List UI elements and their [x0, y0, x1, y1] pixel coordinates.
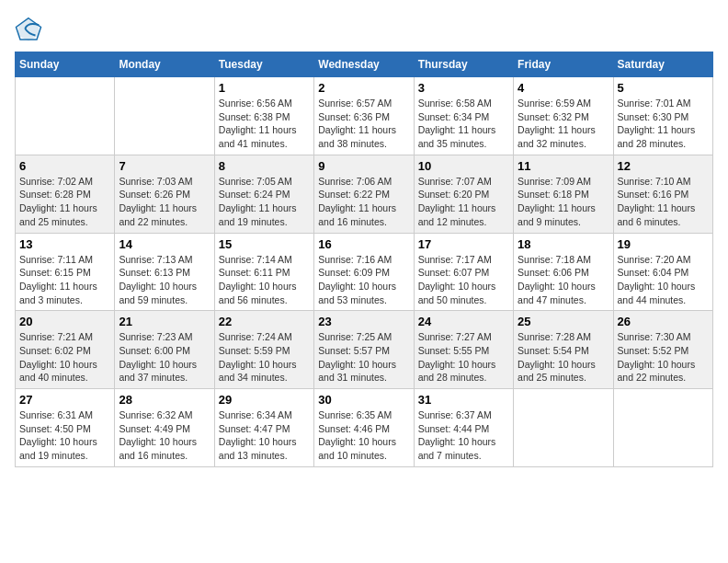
day-number: 9 — [318, 159, 409, 173]
logo — [15, 15, 46, 42]
day-info: Sunrise: 7:11 AMSunset: 6:15 PMDaylight:… — [19, 253, 110, 307]
day-number: 20 — [19, 315, 110, 328]
calendar-cell: 18Sunrise: 7:18 AMSunset: 6:06 PMDayligh… — [514, 233, 613, 311]
calendar-cell: 3Sunrise: 6:58 AMSunset: 6:34 PMDaylight… — [414, 77, 513, 155]
svg-marker-0 — [18, 18, 40, 41]
calendar-cell: 25Sunrise: 7:28 AMSunset: 5:54 PMDayligh… — [514, 311, 613, 389]
calendar-cell: 7Sunrise: 7:03 AMSunset: 6:26 PMDaylight… — [115, 155, 214, 233]
day-info: Sunrise: 7:30 AMSunset: 5:52 PMDaylight:… — [618, 330, 709, 385]
day-number: 12 — [618, 159, 709, 173]
day-number: 14 — [119, 237, 210, 251]
calendar-cell: 1Sunrise: 6:56 AMSunset: 6:38 PMDaylight… — [214, 77, 313, 155]
day-number: 2 — [318, 81, 409, 95]
day-number: 7 — [119, 159, 210, 173]
calendar-cell: 30Sunrise: 6:35 AMSunset: 4:46 PMDayligh… — [314, 389, 414, 467]
calendar-cell — [613, 389, 712, 467]
day-info: Sunrise: 6:31 AMSunset: 4:50 PMDaylight:… — [19, 408, 110, 463]
day-info: Sunrise: 6:59 AMSunset: 6:32 PMDaylight:… — [518, 97, 609, 151]
day-info: Sunrise: 7:07 AMSunset: 6:20 PMDaylight:… — [418, 175, 509, 229]
calendar-cell: 26Sunrise: 7:30 AMSunset: 5:52 PMDayligh… — [613, 311, 712, 389]
day-number: 21 — [119, 315, 210, 328]
day-info: Sunrise: 6:56 AMSunset: 6:38 PMDaylight:… — [219, 97, 310, 151]
day-number: 6 — [19, 159, 110, 173]
day-number: 29 — [219, 393, 310, 407]
day-info: Sunrise: 7:14 AMSunset: 6:11 PMDaylight:… — [219, 253, 310, 307]
day-number: 26 — [618, 315, 709, 328]
day-number: 1 — [219, 81, 310, 95]
day-info: Sunrise: 7:23 AMSunset: 6:00 PMDaylight:… — [119, 330, 210, 385]
calendar-cell: 14Sunrise: 7:13 AMSunset: 6:13 PMDayligh… — [115, 233, 214, 311]
calendar-cell: 13Sunrise: 7:11 AMSunset: 6:15 PMDayligh… — [16, 233, 115, 311]
day-info: Sunrise: 7:03 AMSunset: 6:26 PMDaylight:… — [119, 175, 210, 229]
calendar-cell: 11Sunrise: 7:09 AMSunset: 6:18 PMDayligh… — [514, 155, 613, 233]
day-info: Sunrise: 7:05 AMSunset: 6:24 PMDaylight:… — [219, 175, 310, 229]
day-info: Sunrise: 6:37 AMSunset: 4:44 PMDaylight:… — [418, 408, 509, 463]
calendar-cell: 8Sunrise: 7:05 AMSunset: 6:24 PMDaylight… — [214, 155, 313, 233]
day-info: Sunrise: 7:10 AMSunset: 6:16 PMDaylight:… — [618, 175, 709, 229]
calendar-cell — [16, 77, 115, 155]
day-number: 5 — [618, 81, 709, 95]
calendar-cell: 29Sunrise: 6:34 AMSunset: 4:47 PMDayligh… — [214, 389, 313, 467]
day-info: Sunrise: 6:35 AMSunset: 4:46 PMDaylight:… — [318, 408, 409, 463]
day-number: 17 — [418, 237, 509, 251]
day-info: Sunrise: 7:13 AMSunset: 6:13 PMDaylight:… — [119, 253, 210, 307]
day-number: 25 — [518, 315, 609, 328]
day-info: Sunrise: 6:32 AMSunset: 4:49 PMDaylight:… — [119, 408, 210, 463]
day-header-monday: Monday — [115, 52, 214, 77]
calendar-cell: 9Sunrise: 7:06 AMSunset: 6:22 PMDaylight… — [314, 155, 414, 233]
day-number: 24 — [418, 315, 509, 328]
day-info: Sunrise: 7:09 AMSunset: 6:18 PMDaylight:… — [518, 175, 609, 229]
day-number: 30 — [318, 393, 409, 407]
day-info: Sunrise: 7:17 AMSunset: 6:07 PMDaylight:… — [418, 253, 509, 307]
calendar-cell: 28Sunrise: 6:32 AMSunset: 4:49 PMDayligh… — [115, 389, 214, 467]
day-info: Sunrise: 7:25 AMSunset: 5:57 PMDaylight:… — [318, 330, 409, 385]
day-info: Sunrise: 6:57 AMSunset: 6:36 PMDaylight:… — [318, 97, 409, 151]
day-number: 16 — [318, 237, 409, 251]
day-number: 15 — [219, 237, 310, 251]
calendar-cell: 16Sunrise: 7:16 AMSunset: 6:09 PMDayligh… — [314, 233, 414, 311]
calendar-cell: 15Sunrise: 7:14 AMSunset: 6:11 PMDayligh… — [214, 233, 313, 311]
day-info: Sunrise: 7:18 AMSunset: 6:06 PMDaylight:… — [518, 253, 609, 307]
day-number: 10 — [418, 159, 509, 173]
day-info: Sunrise: 6:58 AMSunset: 6:34 PMDaylight:… — [418, 97, 509, 151]
calendar-cell: 2Sunrise: 6:57 AMSunset: 6:36 PMDaylight… — [314, 77, 414, 155]
calendar-cell — [115, 77, 214, 155]
calendar-cell: 10Sunrise: 7:07 AMSunset: 6:20 PMDayligh… — [414, 155, 513, 233]
day-number: 13 — [19, 237, 110, 251]
day-header-tuesday: Tuesday — [214, 52, 313, 77]
calendar-table: SundayMondayTuesdayWednesdayThursdayFrid… — [15, 52, 713, 467]
day-number: 8 — [219, 159, 310, 173]
calendar-cell: 22Sunrise: 7:24 AMSunset: 5:59 PMDayligh… — [214, 311, 313, 389]
calendar-cell: 23Sunrise: 7:25 AMSunset: 5:57 PMDayligh… — [314, 311, 414, 389]
day-info: Sunrise: 7:27 AMSunset: 5:55 PMDaylight:… — [418, 330, 509, 385]
calendar-cell: 6Sunrise: 7:02 AMSunset: 6:28 PMDaylight… — [16, 155, 115, 233]
day-number: 22 — [219, 315, 310, 328]
day-info: Sunrise: 7:24 AMSunset: 5:59 PMDaylight:… — [219, 330, 310, 385]
calendar-cell: 19Sunrise: 7:20 AMSunset: 6:04 PMDayligh… — [613, 233, 712, 311]
calendar-cell: 4Sunrise: 6:59 AMSunset: 6:32 PMDaylight… — [514, 77, 613, 155]
day-header-friday: Friday — [514, 52, 613, 77]
day-info: Sunrise: 7:20 AMSunset: 6:04 PMDaylight:… — [618, 253, 709, 307]
calendar-cell: 24Sunrise: 7:27 AMSunset: 5:55 PMDayligh… — [414, 311, 513, 389]
calendar-cell: 17Sunrise: 7:17 AMSunset: 6:07 PMDayligh… — [414, 233, 513, 311]
calendar-cell: 5Sunrise: 7:01 AMSunset: 6:30 PMDaylight… — [613, 77, 712, 155]
day-info: Sunrise: 7:21 AMSunset: 6:02 PMDaylight:… — [19, 330, 110, 385]
day-header-wednesday: Wednesday — [314, 52, 414, 77]
calendar-cell: 31Sunrise: 6:37 AMSunset: 4:44 PMDayligh… — [414, 389, 513, 467]
day-header-thursday: Thursday — [414, 52, 513, 77]
day-info: Sunrise: 7:02 AMSunset: 6:28 PMDaylight:… — [19, 175, 110, 229]
day-number: 27 — [19, 393, 110, 407]
calendar-cell: 21Sunrise: 7:23 AMSunset: 6:00 PMDayligh… — [115, 311, 214, 389]
calendar-cell: 27Sunrise: 6:31 AMSunset: 4:50 PMDayligh… — [16, 389, 115, 467]
day-number: 28 — [119, 393, 210, 407]
day-number: 4 — [518, 81, 609, 95]
calendar-cell — [514, 389, 613, 467]
day-info: Sunrise: 7:01 AMSunset: 6:30 PMDaylight:… — [618, 97, 709, 151]
day-info: Sunrise: 7:06 AMSunset: 6:22 PMDaylight:… — [318, 175, 409, 229]
day-info: Sunrise: 7:28 AMSunset: 5:54 PMDaylight:… — [518, 330, 609, 385]
day-number: 11 — [518, 159, 609, 173]
day-number: 23 — [318, 315, 409, 328]
day-info: Sunrise: 6:34 AMSunset: 4:47 PMDaylight:… — [219, 408, 310, 463]
day-header-sunday: Sunday — [16, 52, 115, 77]
day-number: 19 — [618, 237, 709, 251]
